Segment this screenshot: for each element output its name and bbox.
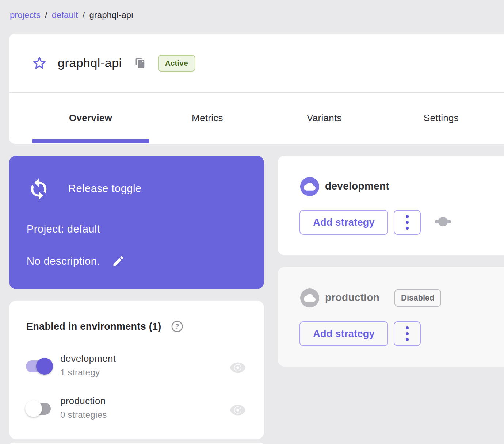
visibility-eye-icon[interactable] bbox=[229, 401, 247, 419]
breadcrumb-projects-link[interactable]: projects bbox=[10, 10, 41, 20]
environment-name: development bbox=[60, 353, 116, 364]
production-environment-card: production Disabled Add strategy bbox=[278, 267, 504, 367]
svg-text:?: ? bbox=[175, 323, 179, 330]
copy-name-icon[interactable] bbox=[134, 57, 146, 69]
toggle-type-label: Release toggle bbox=[68, 183, 141, 195]
feature-flag-page: projects / default / graphql-api graphql… bbox=[0, 0, 504, 444]
tab-metrics[interactable]: Metrics bbox=[149, 112, 266, 124]
edit-description-icon[interactable] bbox=[112, 254, 125, 268]
enabled-environments-panel: Enabled in environments (1) ? developmen… bbox=[9, 301, 264, 439]
environment-menu-button[interactable] bbox=[394, 210, 421, 235]
breadcrumb: projects / default / graphql-api bbox=[10, 10, 133, 20]
environment-name: production bbox=[60, 395, 107, 407]
kebab-dot bbox=[406, 221, 409, 224]
environment-card-title: development bbox=[325, 180, 389, 192]
cloud-icon bbox=[300, 177, 319, 196]
visibility-eye-icon[interactable] bbox=[229, 359, 247, 376]
development-toggle[interactable] bbox=[25, 357, 54, 375]
cloud-icon bbox=[300, 288, 319, 307]
tab-bar: Overview Metrics Variants Settings bbox=[9, 93, 504, 143]
next-card-top-edge bbox=[9, 443, 264, 444]
release-toggle-icon bbox=[26, 176, 51, 201]
production-toggle[interactable] bbox=[25, 400, 54, 417]
favorite-star-icon[interactable] bbox=[32, 56, 47, 70]
feature-title-row: graphql-api Active bbox=[9, 34, 504, 93]
environment-row-production: production 0 strategies bbox=[9, 393, 264, 427]
kebab-dot bbox=[406, 215, 409, 218]
kebab-dot bbox=[406, 326, 409, 329]
tab-settings[interactable]: Settings bbox=[383, 112, 500, 124]
environment-strategy-count: 1 strategy bbox=[60, 367, 116, 378]
kebab-dot bbox=[406, 332, 409, 335]
help-icon[interactable]: ? bbox=[171, 320, 183, 333]
toggle-thumb bbox=[36, 358, 53, 375]
breadcrumb-default-link[interactable]: default bbox=[52, 10, 78, 20]
enabled-environments-title: Enabled in environments (1) bbox=[26, 321, 161, 332]
disabled-badge: Disabled bbox=[394, 289, 441, 307]
tab-variants[interactable]: Variants bbox=[266, 112, 383, 124]
development-environment-card: development Add strategy bbox=[278, 156, 504, 255]
feature-header-card: graphql-api Active Overview Metrics Vari… bbox=[9, 34, 504, 144]
add-strategy-button[interactable]: Add strategy bbox=[299, 321, 388, 346]
environment-row-development: development 1 strategy bbox=[9, 351, 264, 384]
toggle-thumb bbox=[25, 400, 42, 417]
breadcrumb-current: graphql-api bbox=[89, 10, 133, 20]
environment-strategy-count: 0 strategies bbox=[60, 410, 107, 420]
strategy-slider-icon bbox=[435, 216, 451, 227]
breadcrumb-separator: / bbox=[45, 10, 47, 20]
description-text: No description. bbox=[27, 255, 100, 267]
active-tab-indicator bbox=[32, 139, 149, 143]
toggle-overview-card: Release toggle Project: default No descr… bbox=[9, 156, 264, 289]
kebab-dot bbox=[406, 338, 409, 341]
toggle-type-row: Release toggle bbox=[26, 176, 141, 201]
breadcrumb-separator: / bbox=[83, 10, 85, 20]
environment-card-title: production bbox=[325, 292, 379, 303]
page-title: graphql-api bbox=[58, 56, 122, 70]
add-strategy-button[interactable]: Add strategy bbox=[299, 210, 388, 235]
project-label: Project: default bbox=[27, 223, 100, 235]
environment-menu-button[interactable] bbox=[394, 321, 421, 346]
kebab-dot bbox=[406, 227, 409, 230]
tab-overview[interactable]: Overview bbox=[32, 112, 149, 124]
status-badge: Active bbox=[158, 55, 195, 72]
